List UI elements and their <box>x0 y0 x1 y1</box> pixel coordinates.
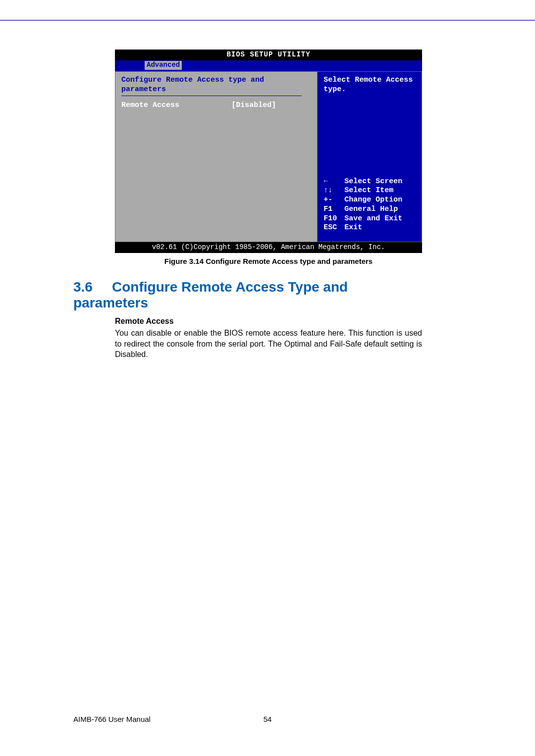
bios-panel-title: Configure Remote Access type and paramet… <box>121 76 302 96</box>
section-title: Configure Remote Access Type and paramet… <box>73 279 348 310</box>
bios-screenshot: BIOS SETUP UTILITY Advanced Configure Re… <box>115 50 422 253</box>
bios-title: BIOS SETUP UTILITY <box>115 50 422 60</box>
section-number: 3.6 <box>73 279 112 295</box>
key-exit: ESCExit <box>323 223 416 233</box>
footer-page-number: 54 <box>0 715 535 723</box>
page: BIOS SETUP UTILITY Advanced Configure Re… <box>0 0 535 756</box>
key-change-option: +-Change Option <box>323 196 416 205</box>
setting-value[interactable]: [Disabled] <box>231 101 311 110</box>
top-rule <box>0 20 535 21</box>
figure-caption: Figure 3.14 Configure Remote Access type… <box>115 257 422 265</box>
key-select-item: ↑↓Select Item <box>323 186 416 196</box>
bios-footer: v02.61 (C)Copyright 1985-2006, American … <box>115 242 422 253</box>
bios-tab-row: Advanced <box>115 60 422 71</box>
section-heading: 3.6Configure Remote Access Type and para… <box>73 279 422 311</box>
content-area: BIOS SETUP UTILITY Advanced Configure Re… <box>115 50 422 360</box>
tab-advanced[interactable]: Advanced <box>145 61 182 70</box>
bios-help-text: Select Remote Access type. <box>323 76 416 95</box>
bios-left-panel: Configure Remote Access type and paramet… <box>115 71 318 242</box>
bios-right-panel: Select Remote Access type. ←Select Scree… <box>318 71 422 242</box>
key-select-screen: ←Select Screen <box>323 177 416 187</box>
sub-heading: Remote Access <box>115 317 422 326</box>
body-paragraph: You can disable or enable the BIOS remot… <box>115 328 422 360</box>
bios-key-legend: ←Select Screen ↑↓Select Item +-Change Op… <box>323 177 416 238</box>
key-general-help: F1General Help <box>323 205 416 214</box>
bios-body: Configure Remote Access type and paramet… <box>115 71 422 242</box>
setting-label: Remote Access <box>121 101 231 110</box>
key-save-exit: F10Save and Exit <box>323 214 416 224</box>
bios-setting-remote-access[interactable]: Remote Access [Disabled] <box>121 101 311 110</box>
